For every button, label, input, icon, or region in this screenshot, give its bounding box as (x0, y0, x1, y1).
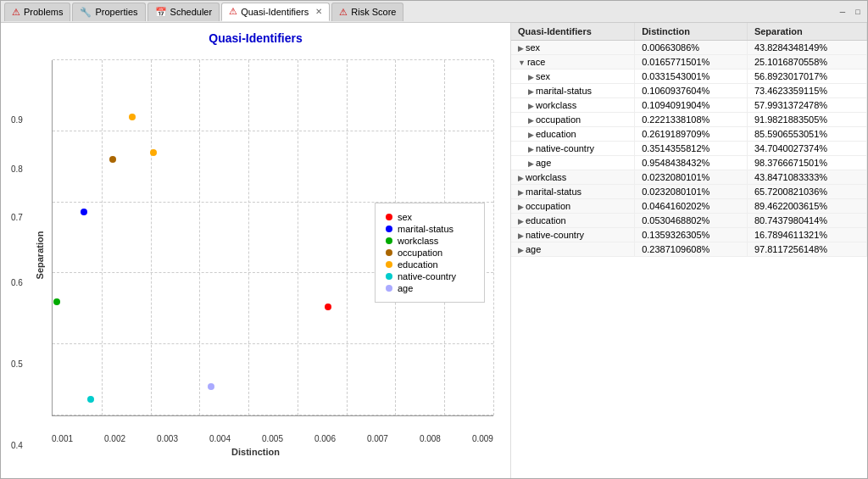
qi-label: ▶sex (511, 41, 635, 55)
qi-label: ▶marital-status (511, 84, 635, 98)
expand-icon[interactable]: ▶ (518, 231, 524, 240)
col-header-separation: Separation (747, 23, 866, 41)
distinction-value: 0.0331543001% (635, 70, 748, 84)
expand-icon[interactable]: ▶ (518, 203, 524, 211)
qi-label: ▶occupation (511, 113, 635, 127)
grid-v-6 (347, 60, 348, 415)
distinction-value: 0.0232080101% (635, 170, 748, 185)
table-row[interactable]: ▶sex 0.0331543001% 56.8923017017% (511, 70, 867, 84)
table-row[interactable]: ▶age 0.2387109608% 97.8117256148% (511, 242, 867, 257)
x-tick-004: 0.004 (209, 434, 231, 443)
x-tick-008: 0.008 (420, 434, 441, 443)
y-tick-label-05: 0.5 (11, 359, 23, 369)
x-tick-007: 0.007 (367, 434, 388, 443)
legend-item-sex: sex (386, 212, 474, 222)
distinction-value: 0.2387109608% (635, 242, 748, 257)
tab-problems[interactable]: ⚠ Problems (4, 3, 70, 21)
separation-value: 91.9821883505% (747, 113, 866, 127)
quasi-icon: ⚠ (229, 6, 237, 17)
expand-icon: ▶ (528, 159, 534, 168)
point-native-country (87, 396, 94, 403)
separation-value: 25.1016870558% (747, 55, 866, 70)
risk-icon: ⚠ (339, 7, 348, 18)
expand-icon: ▶ (528, 145, 534, 153)
table-row[interactable]: ▶education 0.2619189709% 85.5906553051% (511, 127, 867, 142)
table-row[interactable]: ▶workclass 0.1094091904% 57.9931372478% (511, 98, 867, 113)
maximize-button[interactable]: □ (852, 6, 864, 18)
y-tick-label-04: 0.4 (11, 441, 23, 450)
separation-value: 16.7894611321% (747, 228, 866, 242)
legend-dot-education (386, 261, 392, 268)
tab-properties[interactable]: 🔧 Properties (72, 3, 145, 21)
distinction-value: 0.0165771501% (635, 55, 748, 70)
separation-value: 98.3766671501% (747, 156, 866, 170)
x-tick-005: 0.005 (262, 434, 283, 443)
minimize-button[interactable]: ─ (837, 6, 849, 18)
expand-icon[interactable]: ▶ (518, 217, 524, 226)
distinction-value: 0.2619189709% (635, 127, 748, 142)
x-tick-006: 0.006 (314, 434, 336, 443)
expand-icon[interactable]: ▶ (518, 44, 524, 53)
separation-value: 65.7200821036% (747, 185, 866, 199)
expand-icon: ▶ (528, 87, 534, 96)
table-row[interactable]: ▶sex 0.00663086% 43.8284348149% (511, 41, 867, 55)
expand-icon[interactable]: ▼ (518, 58, 526, 67)
table-row[interactable]: ▶age 0.9548438432% 98.3766671501% (511, 156, 867, 170)
point-workclass (53, 298, 60, 305)
tab-problems-label: Problems (24, 7, 63, 17)
separation-value: 34.7040027374% (747, 142, 866, 156)
table-row[interactable]: ▶education 0.0530468802% 80.7437980414% (511, 214, 867, 228)
x-tick-002: 0.002 (104, 434, 125, 443)
separation-value: 57.9931372478% (747, 98, 866, 113)
expand-icon: ▶ (528, 131, 534, 139)
chart-legend: sex marital-status workclass occupa (375, 203, 485, 303)
legend-label-age: age (398, 283, 413, 293)
legend-label-education: education (398, 259, 438, 270)
window-controls: ─ □ (837, 6, 864, 18)
legend-item-native-country: native-country (386, 271, 474, 281)
grid-v-4 (248, 60, 249, 415)
tab-scheduler[interactable]: 📅 Scheduler (147, 3, 220, 21)
grid-h-5 (53, 131, 493, 131)
chart-plot[interactable]: sex marital-status workclass occupa (52, 60, 493, 416)
separation-value: 73.4623359115% (747, 84, 866, 98)
grid-v-9 (493, 60, 494, 415)
point-age (208, 383, 214, 390)
table-row[interactable]: ▶workclass 0.0232080101% 43.8471083333% (511, 170, 867, 185)
legend-item-age: age (386, 283, 474, 293)
scheduler-icon: 📅 (155, 7, 167, 18)
distinction-value: 0.1094091904% (635, 98, 748, 113)
y-tick-label-08: 0.8 (11, 164, 23, 174)
legend-dot-workclass (386, 237, 392, 244)
tab-risk-score[interactable]: ⚠ Risk Score (331, 3, 403, 21)
table-row[interactable]: ▶native-country 0.1359326305% 16.7894611… (511, 228, 867, 242)
table-row[interactable]: ▶marital-status 0.1060937604% 73.4623359… (511, 84, 867, 98)
separation-value: 97.8117256148% (747, 242, 866, 257)
distinction-value: 0.1359326305% (635, 228, 748, 242)
col-header-distinction: Distinction (635, 23, 748, 41)
quasi-close-button[interactable]: ✕ (315, 7, 322, 16)
qi-label: ▶age (511, 242, 635, 257)
qi-label: ▶age (511, 156, 635, 170)
tab-quasi-identifiers[interactable]: ⚠ Quasi-Identifiers ✕ (221, 3, 330, 21)
main-content: Quasi-Identifiers Separation (1, 23, 867, 478)
expand-icon[interactable]: ▶ (518, 174, 524, 182)
point-education-2 (150, 149, 157, 156)
expand-icon[interactable]: ▶ (518, 188, 524, 197)
table-row[interactable]: ▶occupation 0.0464160202% 89.4622003615% (511, 199, 867, 214)
properties-icon: 🔧 (80, 7, 92, 18)
separation-value: 80.7437980414% (747, 214, 866, 228)
table-row[interactable]: ▶occupation 0.2221338108% 91.9821883505% (511, 113, 867, 127)
table-area[interactable]: Quasi-Identifiers Distinction Separation… (511, 23, 867, 478)
tab-bar: ⚠ Problems 🔧 Properties 📅 Scheduler ⚠ Qu… (1, 1, 867, 23)
tab-scheduler-label: Scheduler (170, 7, 213, 17)
table-row[interactable]: ▶marital-status 0.0232080101% 65.7200821… (511, 185, 867, 199)
x-tick-labels: 0.001 0.002 0.003 0.004 0.005 0.006 0.00… (52, 434, 493, 443)
table-row[interactable]: ▶native-country 0.3514355812% 34.7040027… (511, 142, 867, 156)
legend-dot-native (386, 273, 392, 280)
expand-icon[interactable]: ▶ (518, 246, 524, 254)
table-header-row: Quasi-Identifiers Distinction Separation (511, 23, 867, 41)
table-row[interactable]: ▼race 0.0165771501% 25.1016870558% (511, 55, 867, 70)
legend-dot-occupation (386, 249, 392, 256)
qi-label: ▼race (511, 55, 635, 70)
